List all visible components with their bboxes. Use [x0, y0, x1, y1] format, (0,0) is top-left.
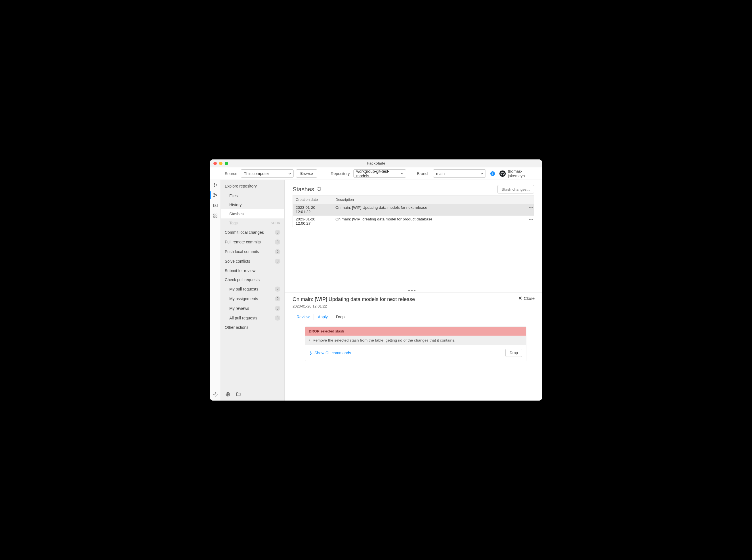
window-zoom-dot[interactable]: [225, 162, 228, 165]
sidebar-item-history[interactable]: History: [221, 200, 284, 209]
svg-rect-3: [213, 204, 215, 207]
cell-date: 2023-01-20 12:00:27: [293, 216, 333, 227]
chevron-down-icon: [401, 171, 403, 176]
username: thomas-jakemeyn: [508, 169, 539, 178]
count-badge: 2: [275, 286, 280, 292]
chevron-right-icon: ❯: [309, 351, 312, 355]
pane-splitter[interactable]: [284, 289, 542, 293]
close-button[interactable]: ✕ Close: [518, 295, 535, 301]
count-badge: 0: [275, 306, 280, 311]
globe-icon[interactable]: [225, 392, 231, 398]
repository-label: Repository: [331, 171, 350, 176]
table-row[interactable]: 2023-01-20 12:01:22 On main: [WIP] Updat…: [293, 204, 534, 216]
branch-label: Branch: [417, 171, 429, 176]
sidebar-item-commit-local[interactable]: Commit local changes 0: [221, 227, 284, 237]
count-badge: 0: [275, 259, 280, 264]
source-label: Source: [225, 171, 237, 176]
branch-select-value: main: [436, 171, 445, 176]
detail-title: On main: [WIP] Updating data models for …: [293, 297, 534, 302]
stash-table: Creation date Description 2023-01-20 12:…: [284, 195, 542, 227]
svg-point-1: [213, 196, 214, 197]
drop-panel-note: i Remove the selected stash from the tab…: [305, 336, 526, 345]
svg-point-9: [215, 394, 216, 395]
toolbar: Source This computer Browse Repository w…: [210, 167, 542, 180]
browse-button[interactable]: Browse: [296, 169, 317, 178]
cell-description: On main: [WIP] Updating data models for …: [333, 204, 526, 215]
window-minimize-dot[interactable]: [219, 162, 222, 165]
side-panel-header: Explore repository: [221, 183, 284, 191]
detail-time: 2023-01-20 12:01:22: [293, 304, 534, 308]
sidebar-item-my-reviews[interactable]: My reviews 0: [221, 303, 284, 313]
refresh-icon[interactable]: [317, 187, 321, 192]
table-row[interactable]: 2023-01-20 12:00:27 On main: [WIP] creat…: [293, 216, 534, 227]
window-close-dot[interactable]: [213, 162, 217, 165]
rail-grid-icon[interactable]: [212, 212, 219, 219]
row-actions-icon[interactable]: •••: [526, 204, 534, 215]
drop-button[interactable]: Drop: [506, 349, 522, 357]
stashes-header: Stashes Stash changes...: [284, 180, 542, 195]
user-account[interactable]: thomas-jakemeyn: [499, 169, 539, 178]
source-select[interactable]: This computer: [241, 169, 294, 178]
drop-panel: DROP selected stash i Remove the selecte…: [305, 326, 527, 361]
repository-select[interactable]: workgroup-git-test-models: [353, 169, 407, 178]
col-description: Description: [333, 196, 526, 204]
chevron-down-icon: [480, 171, 483, 176]
sidebar-item-check-pr[interactable]: Check pull requests: [221, 275, 284, 284]
svg-rect-4: [216, 204, 217, 207]
col-creation-date: Creation date: [293, 196, 333, 204]
body: Explore repository Files History Stashes…: [210, 180, 542, 401]
chevron-down-icon: [288, 171, 291, 176]
sidebar-item-stashes[interactable]: Stashes: [221, 209, 284, 218]
sidebar-item-solve-conflicts[interactable]: Solve conflicts 0: [221, 257, 284, 266]
table-header: Creation date Description: [293, 195, 534, 204]
count-badge: 3: [275, 316, 280, 321]
count-badge: 0: [275, 239, 280, 244]
info-serif-icon: i: [309, 338, 310, 342]
folder-icon[interactable]: [236, 392, 241, 398]
count-badge: 0: [275, 249, 280, 254]
svg-rect-6: [216, 214, 217, 215]
tab-review[interactable]: Review: [293, 313, 314, 321]
drop-panel-row: ❯ Show Git commands Drop: [305, 345, 526, 361]
tab-apply[interactable]: Apply: [314, 313, 332, 321]
sidebar-item-submit-review[interactable]: Submit for review: [221, 266, 284, 275]
side-panel: Explore repository Files History Stashes…: [221, 180, 284, 401]
stash-changes-button[interactable]: Stash changes...: [497, 185, 534, 194]
sidebar-item-all-pr[interactable]: All pull requests 3: [221, 313, 284, 323]
sidebar-item-pull-remote[interactable]: Pull remote commits 0: [221, 237, 284, 247]
sidebar-item-my-pr[interactable]: My pull requests 2: [221, 284, 284, 294]
rail-git-icon[interactable]: [212, 192, 219, 199]
detail-tabs: Review Apply Drop: [293, 313, 534, 321]
sidebar-item-other-actions[interactable]: Other actions: [221, 323, 284, 332]
branch-select[interactable]: main: [433, 169, 486, 178]
window-title: Hackolade: [210, 161, 542, 165]
github-icon: [499, 171, 506, 177]
page-title: Stashes: [293, 186, 314, 193]
cell-date: 2023-01-20 12:01:22: [293, 204, 333, 215]
app-window: Hackolade Source This computer Browse Re…: [210, 159, 542, 401]
main-area: Stashes Stash changes... Creation date D…: [284, 180, 542, 401]
close-icon: ✕: [518, 295, 522, 301]
repository-select-value: workgroup-git-test-models: [356, 169, 399, 178]
titlebar: Hackolade: [210, 159, 542, 167]
show-git-commands-link[interactable]: Show Git commands: [314, 351, 351, 355]
sidebar-item-push-local[interactable]: Push local commits 0: [221, 247, 284, 257]
sidebar-item-files[interactable]: Files: [221, 191, 284, 200]
source-select-value: This computer: [244, 171, 269, 176]
row-actions-icon[interactable]: •••: [526, 216, 534, 227]
svg-rect-7: [214, 216, 215, 218]
sidebar-item-tags: Tags SOON: [221, 218, 284, 227]
window-controls: [213, 162, 228, 165]
tab-drop[interactable]: Drop: [332, 313, 349, 321]
svg-rect-8: [216, 216, 217, 218]
info-icon[interactable]: i: [490, 171, 495, 176]
svg-rect-5: [214, 214, 215, 215]
count-badge: 0: [275, 230, 280, 235]
side-panel-footer: [221, 389, 284, 401]
rail-schema-icon[interactable]: [212, 182, 219, 188]
cell-description: On main: [WIP] creating data model for p…: [333, 216, 526, 227]
activity-rail: [210, 180, 221, 401]
rail-compare-icon[interactable]: [212, 202, 219, 209]
sidebar-item-my-assignments[interactable]: My assignments 0: [221, 294, 284, 303]
rail-settings-icon[interactable]: [212, 391, 219, 398]
